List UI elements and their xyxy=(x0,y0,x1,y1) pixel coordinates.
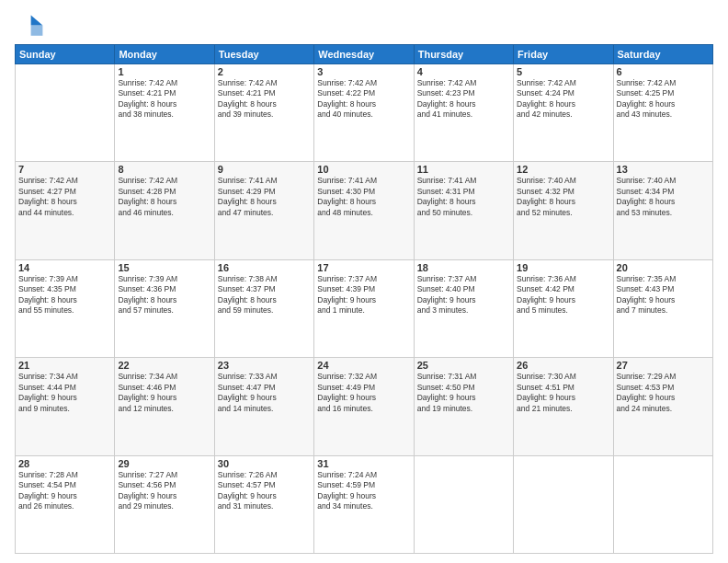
calendar-cell: 15Sunrise: 7:39 AMSunset: 4:36 PMDayligh… xyxy=(115,259,214,357)
calendar-cell: 20Sunrise: 7:35 AMSunset: 4:43 PMDayligh… xyxy=(613,259,712,357)
calendar-cell: 3Sunrise: 7:42 AMSunset: 4:22 PMDaylight… xyxy=(314,64,414,162)
calendar-cell: 8Sunrise: 7:42 AMSunset: 4:28 PMDaylight… xyxy=(115,162,214,259)
day-number: 13 xyxy=(617,164,710,175)
calendar-cell: 30Sunrise: 7:26 AMSunset: 4:57 PMDayligh… xyxy=(214,455,313,553)
day-number: 17 xyxy=(317,262,410,273)
weekday-header-monday: Monday xyxy=(115,45,214,64)
day-number: 3 xyxy=(317,66,410,77)
day-info: Sunrise: 7:40 AMSunset: 4:32 PMDaylight:… xyxy=(517,176,609,218)
day-info: Sunrise: 7:42 AMSunset: 4:23 PMDaylight:… xyxy=(417,78,510,121)
day-info: Sunrise: 7:36 AMSunset: 4:42 PMDaylight:… xyxy=(517,274,609,316)
day-info: Sunrise: 7:29 AMSunset: 4:53 PMDaylight:… xyxy=(617,372,710,414)
day-number: 9 xyxy=(218,164,311,175)
calendar-cell xyxy=(514,455,613,553)
calendar-cell: 27Sunrise: 7:29 AMSunset: 4:53 PMDayligh… xyxy=(613,358,712,455)
day-info: Sunrise: 7:42 AMSunset: 4:24 PMDaylight:… xyxy=(517,78,609,121)
day-info: Sunrise: 7:37 AMSunset: 4:40 PMDaylight:… xyxy=(417,274,510,316)
calendar-cell: 25Sunrise: 7:31 AMSunset: 4:50 PMDayligh… xyxy=(414,358,513,455)
page: SundayMondayTuesdayWednesdayThursdayFrid… xyxy=(0,0,728,563)
calendar-cell: 31Sunrise: 7:24 AMSunset: 4:59 PMDayligh… xyxy=(314,455,414,553)
day-info: Sunrise: 7:33 AMSunset: 4:47 PMDaylight:… xyxy=(218,372,311,414)
day-info: Sunrise: 7:42 AMSunset: 4:27 PMDaylight:… xyxy=(18,176,111,218)
day-number: 11 xyxy=(417,164,510,175)
day-number: 24 xyxy=(317,360,410,371)
day-info: Sunrise: 7:35 AMSunset: 4:43 PMDaylight:… xyxy=(617,274,710,316)
day-info: Sunrise: 7:42 AMSunset: 4:21 PMDaylight:… xyxy=(218,78,311,121)
day-number: 8 xyxy=(118,164,210,175)
day-number: 22 xyxy=(118,360,210,371)
calendar-table: SundayMondayTuesdayWednesdayThursdayFrid… xyxy=(15,44,713,554)
day-info: Sunrise: 7:30 AMSunset: 4:51 PMDaylight:… xyxy=(517,372,609,414)
day-number: 7 xyxy=(18,164,111,175)
day-number: 18 xyxy=(417,262,510,273)
calendar-cell: 24Sunrise: 7:32 AMSunset: 4:49 PMDayligh… xyxy=(314,358,414,455)
day-number: 30 xyxy=(218,458,311,469)
day-info: Sunrise: 7:34 AMSunset: 4:44 PMDaylight:… xyxy=(18,372,111,414)
day-info: Sunrise: 7:39 AMSunset: 4:35 PMDaylight:… xyxy=(18,274,111,316)
calendar-cell xyxy=(613,455,712,553)
day-info: Sunrise: 7:28 AMSunset: 4:54 PMDaylight:… xyxy=(18,470,111,512)
calendar-cell: 9Sunrise: 7:41 AMSunset: 4:29 PMDaylight… xyxy=(214,162,313,259)
day-info: Sunrise: 7:38 AMSunset: 4:37 PMDaylight:… xyxy=(218,274,311,316)
calendar-cell: 1Sunrise: 7:42 AMSunset: 4:21 PMDaylight… xyxy=(115,64,214,162)
calendar-cell: 2Sunrise: 7:42 AMSunset: 4:21 PMDaylight… xyxy=(214,64,313,162)
calendar-cell: 10Sunrise: 7:41 AMSunset: 4:30 PMDayligh… xyxy=(314,162,414,259)
day-number: 12 xyxy=(517,164,609,175)
calendar-week-1: 1Sunrise: 7:42 AMSunset: 4:21 PMDaylight… xyxy=(16,64,713,162)
day-number: 16 xyxy=(218,262,311,273)
calendar-cell: 18Sunrise: 7:37 AMSunset: 4:40 PMDayligh… xyxy=(414,259,513,357)
day-info: Sunrise: 7:39 AMSunset: 4:36 PMDaylight:… xyxy=(118,274,210,316)
calendar-cell: 22Sunrise: 7:34 AMSunset: 4:46 PMDayligh… xyxy=(115,358,214,455)
calendar-cell: 19Sunrise: 7:36 AMSunset: 4:42 PMDayligh… xyxy=(514,259,613,357)
day-info: Sunrise: 7:31 AMSunset: 4:50 PMDaylight:… xyxy=(417,372,510,414)
day-info: Sunrise: 7:40 AMSunset: 4:34 PMDaylight:… xyxy=(617,176,710,218)
day-number: 23 xyxy=(218,360,311,371)
day-info: Sunrise: 7:34 AMSunset: 4:46 PMDaylight:… xyxy=(118,372,210,414)
calendar-cell: 29Sunrise: 7:27 AMSunset: 4:56 PMDayligh… xyxy=(115,455,214,553)
calendar-header: SundayMondayTuesdayWednesdayThursdayFrid… xyxy=(16,45,713,64)
calendar-cell: 28Sunrise: 7:28 AMSunset: 4:54 PMDayligh… xyxy=(16,455,115,553)
calendar-cell: 16Sunrise: 7:38 AMSunset: 4:37 PMDayligh… xyxy=(214,259,313,357)
day-info: Sunrise: 7:41 AMSunset: 4:29 PMDaylight:… xyxy=(218,176,311,218)
day-info: Sunrise: 7:41 AMSunset: 4:30 PMDaylight:… xyxy=(317,176,410,218)
calendar-cell: 26Sunrise: 7:30 AMSunset: 4:51 PMDayligh… xyxy=(514,358,613,455)
calendar-cell: 11Sunrise: 7:41 AMSunset: 4:31 PMDayligh… xyxy=(414,162,513,259)
weekday-header-wednesday: Wednesday xyxy=(314,45,414,64)
svg-marker-1 xyxy=(31,26,43,36)
day-info: Sunrise: 7:42 AMSunset: 4:21 PMDaylight:… xyxy=(118,78,210,121)
calendar-cell: 5Sunrise: 7:42 AMSunset: 4:24 PMDaylight… xyxy=(514,64,613,162)
day-number: 10 xyxy=(317,164,410,175)
day-info: Sunrise: 7:24 AMSunset: 4:59 PMDaylight:… xyxy=(317,470,410,512)
calendar-cell xyxy=(16,64,115,162)
calendar-week-3: 14Sunrise: 7:39 AMSunset: 4:35 PMDayligh… xyxy=(16,259,713,357)
day-number: 20 xyxy=(617,262,710,273)
weekday-header-saturday: Saturday xyxy=(613,45,712,64)
calendar-week-4: 21Sunrise: 7:34 AMSunset: 4:44 PMDayligh… xyxy=(16,358,713,455)
day-number: 19 xyxy=(517,262,609,273)
day-number: 29 xyxy=(118,458,210,469)
calendar-cell: 21Sunrise: 7:34 AMSunset: 4:44 PMDayligh… xyxy=(16,358,115,455)
calendar-cell: 4Sunrise: 7:42 AMSunset: 4:23 PMDaylight… xyxy=(414,64,513,162)
day-number: 21 xyxy=(18,360,111,371)
weekday-row: SundayMondayTuesdayWednesdayThursdayFrid… xyxy=(16,45,713,64)
day-info: Sunrise: 7:26 AMSunset: 4:57 PMDaylight:… xyxy=(218,470,311,512)
calendar-cell: 13Sunrise: 7:40 AMSunset: 4:34 PMDayligh… xyxy=(613,162,712,259)
day-info: Sunrise: 7:41 AMSunset: 4:31 PMDaylight:… xyxy=(417,176,510,218)
weekday-header-tuesday: Tuesday xyxy=(214,45,313,64)
day-number: 28 xyxy=(18,458,111,469)
calendar-body: 1Sunrise: 7:42 AMSunset: 4:21 PMDaylight… xyxy=(16,64,713,554)
calendar-cell: 6Sunrise: 7:42 AMSunset: 4:25 PMDaylight… xyxy=(613,64,712,162)
day-info: Sunrise: 7:27 AMSunset: 4:56 PMDaylight:… xyxy=(118,470,210,512)
day-number: 15 xyxy=(118,262,210,273)
header xyxy=(15,9,713,39)
logo-icon xyxy=(15,9,44,39)
weekday-header-friday: Friday xyxy=(514,45,613,64)
day-info: Sunrise: 7:42 AMSunset: 4:22 PMDaylight:… xyxy=(317,78,410,121)
weekday-header-thursday: Thursday xyxy=(414,45,513,64)
day-number: 31 xyxy=(317,458,410,469)
calendar-cell: 12Sunrise: 7:40 AMSunset: 4:32 PMDayligh… xyxy=(514,162,613,259)
day-info: Sunrise: 7:42 AMSunset: 4:25 PMDaylight:… xyxy=(617,78,710,121)
day-info: Sunrise: 7:42 AMSunset: 4:28 PMDaylight:… xyxy=(118,176,210,218)
day-number: 2 xyxy=(218,66,311,77)
svg-marker-0 xyxy=(31,15,43,25)
